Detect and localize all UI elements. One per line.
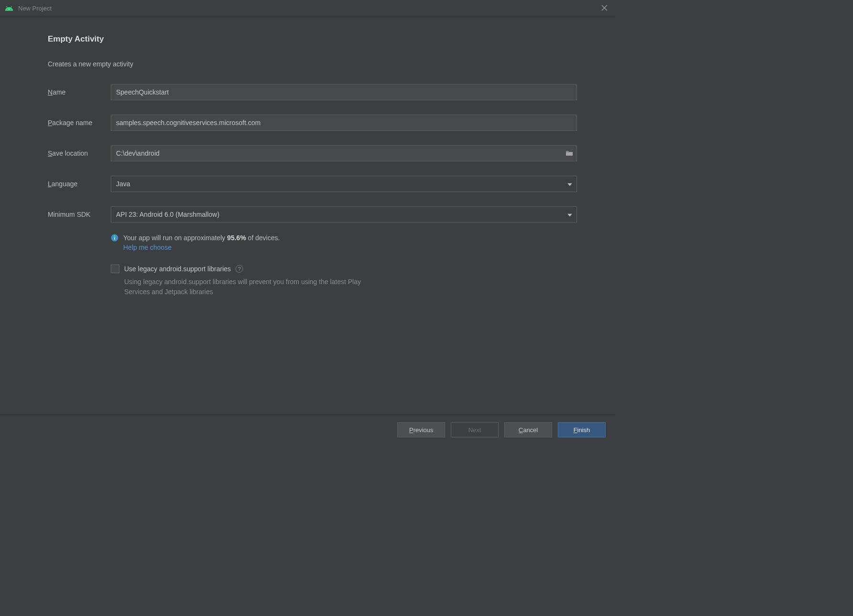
close-icon (601, 5, 608, 11)
save-location-input[interactable] (111, 145, 577, 161)
svg-point-4 (114, 235, 115, 236)
cancel-button[interactable]: Cancel (504, 422, 552, 437)
android-icon (5, 4, 13, 13)
name-input[interactable] (111, 84, 577, 100)
legacy-libraries-label: Use legacy android.support libraries (124, 265, 231, 273)
page-subtitle: Creates a new empty activity (48, 60, 577, 68)
previous-button[interactable]: Previous (397, 422, 445, 437)
help-me-choose-link[interactable]: Help me choose (123, 244, 171, 251)
minimum-sdk-select[interactable]: API 23: Android 6.0 (Marshmallow) (111, 206, 577, 223)
svg-rect-3 (114, 237, 115, 240)
row-package: Package name (48, 115, 577, 131)
folder-icon (565, 150, 573, 157)
label-name: Name (48, 88, 111, 96)
new-project-dialog: New Project Empty Activity Creates a new… (0, 0, 615, 445)
device-coverage-info: Your app will run on approximately 95.6%… (111, 234, 577, 251)
label-language: Language (48, 180, 111, 188)
label-save-location: Save location (48, 149, 111, 157)
window-title: New Project (18, 5, 52, 12)
row-language: Language Java (48, 176, 577, 192)
legacy-libraries-block: Use legacy android.support libraries ? U… (111, 265, 577, 297)
finish-button[interactable]: Finish (558, 422, 606, 437)
language-select[interactable]: Java (111, 176, 577, 192)
browse-folder-button[interactable] (565, 150, 573, 157)
label-minimum-sdk: Minimum SDK (48, 211, 111, 218)
row-save-location: Save location (48, 145, 577, 161)
dialog-footer: Previous Next Cancel Finish (0, 415, 615, 445)
titlebar: New Project (0, 0, 615, 17)
dialog-content: Empty Activity Creates a new empty activ… (0, 17, 615, 415)
package-input[interactable] (111, 115, 577, 131)
legacy-libraries-description: Using legacy android.support libraries w… (124, 277, 382, 297)
row-minimum-sdk: Minimum SDK API 23: Android 6.0 (Marshma… (48, 206, 577, 223)
close-button[interactable] (598, 2, 610, 15)
device-coverage-text: Your app will run on approximately 95.6%… (123, 234, 280, 242)
legacy-libraries-checkbox[interactable] (111, 265, 119, 273)
row-name: Name (48, 84, 577, 100)
page-title: Empty Activity (48, 34, 577, 44)
help-icon[interactable]: ? (235, 265, 243, 273)
next-button: Next (451, 422, 499, 437)
info-icon (111, 234, 118, 242)
label-package: Package name (48, 119, 111, 127)
